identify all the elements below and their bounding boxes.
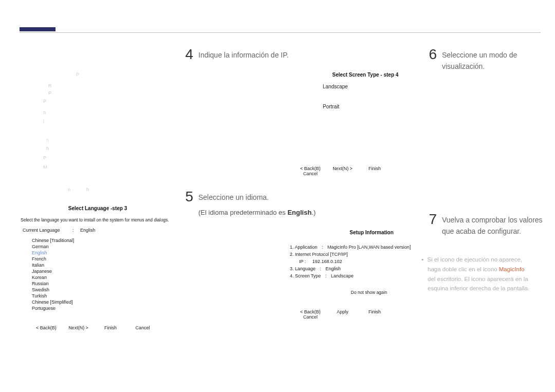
list-item[interactable]: Korean (32, 275, 175, 280)
sep: : (72, 228, 74, 233)
language-list[interactable]: Chinese [Traditional] German English Fre… (21, 238, 175, 311)
sep: : (325, 273, 327, 278)
brand-name: MagicInfo (499, 266, 525, 272)
step-number-6: 6 (421, 46, 437, 63)
info-screen-value: Landscape (331, 273, 354, 278)
ghost-text: n (43, 109, 46, 116)
ghost-text: P (76, 71, 79, 78)
ghost-text: M (43, 163, 47, 171)
list-item[interactable]: Chinese [Simplified] (32, 300, 175, 305)
finish-button[interactable]: Finish (359, 309, 390, 314)
step-5-sub-before: (El idioma predeterminado es (198, 209, 287, 216)
list-item[interactable]: Italian (32, 263, 175, 268)
note-line-3: del escritorio. El icono aparecerá en la (428, 276, 528, 282)
panel-title-language: Select Language -step 3 (21, 206, 175, 211)
option-portrait[interactable]: Portrait (323, 104, 414, 109)
ghost-text: P (43, 98, 46, 105)
info-ip-label: IP : (299, 259, 306, 264)
ghost-text: h (46, 145, 49, 152)
back-button[interactable]: < Back(B) (295, 166, 326, 171)
note-line-4: esquina inferior derecha de la pantalla. (428, 285, 529, 291)
footnote: ▪ Si el icono de ejecución no aparece, h… (421, 255, 555, 294)
ghost-text: R (48, 82, 52, 89)
step-number-7: 7 (421, 211, 437, 228)
note-line-2a: haga doble clic en el icono (428, 266, 499, 272)
info-app-label: 1. Application (290, 245, 318, 250)
bullet-icon: ▪ (421, 256, 423, 263)
back-button[interactable]: < Back(B) (31, 325, 62, 330)
step-title-4: Indique la información de IP. (198, 49, 289, 61)
list-item[interactable]: Chinese [Traditional] (32, 238, 175, 243)
panel-title-setup: Setup Information (329, 230, 414, 235)
current-language-row: Current Language : English (23, 228, 175, 233)
ghost-text: P (43, 154, 46, 161)
apply-button[interactable]: Apply (327, 309, 358, 314)
list-item[interactable]: Swedish (32, 287, 175, 292)
info-lang-label: 3. Language (290, 266, 316, 271)
next-button[interactable]: Next(N) > (63, 325, 94, 330)
panel-title-screentype: Select Screen Type - step 4 (317, 72, 414, 78)
option-landscape[interactable]: Landscape (323, 84, 414, 89)
ghost-text: l (43, 118, 44, 125)
cancel-button[interactable]: Cancel (127, 325, 158, 330)
info-app-value: MagicInfo Pro [LAN,WAN based version] (327, 245, 411, 250)
finish-button[interactable]: Finish (95, 325, 126, 330)
current-language-label: Current Language (23, 228, 60, 233)
step-title-5: Seleccione un idioma. (198, 192, 269, 203)
ghost-text: P (48, 89, 51, 97)
info-lang-value: English (326, 266, 341, 271)
ghost-text: h (46, 137, 49, 144)
list-item[interactable]: Japanese (32, 269, 175, 274)
column-middle: 4 Indique la información de IP. Select S… (175, 46, 414, 382)
list-item[interactable]: Portuguese (32, 306, 175, 311)
sep: : (320, 266, 322, 271)
column-right: 6 Seleccione un modo de visualización. 7… (421, 46, 555, 382)
header-rule (20, 32, 541, 33)
list-item[interactable]: German (32, 244, 175, 249)
finish-button[interactable]: Finish (359, 166, 390, 171)
language-intro: Select the language you want to install … (21, 217, 175, 222)
cancel-button[interactable]: Cancel (295, 171, 326, 176)
current-language-value: English (80, 228, 96, 233)
step-5-sub-after: .) (311, 209, 316, 216)
step-number-5: 5 (178, 189, 193, 205)
next-button[interactable]: Next(N) > (327, 166, 358, 171)
info-ip-value: 192.168.0.102 (312, 259, 342, 264)
ghost-text: n (68, 186, 70, 193)
sep: : (322, 245, 323, 250)
header-accent (20, 27, 55, 31)
step-5-sub-bold: English (287, 209, 311, 216)
list-item[interactable]: French (32, 256, 175, 262)
column-left: P R P P n l h h P M n h Select Language … (21, 46, 175, 382)
back-button[interactable]: < Back(B) (295, 309, 326, 314)
cancel-button[interactable]: Cancel (295, 314, 326, 320)
info-ip-proto: 2. Internet Protocol [TCP/IP] (290, 252, 414, 257)
step-title-6: Seleccione un modo de visualización. (442, 49, 555, 72)
list-item[interactable]: English (32, 250, 175, 255)
ghost-text: h (86, 186, 89, 193)
step-title-7: Vuelva a comprobar los valores que acaba… (442, 214, 550, 237)
do-not-show-again[interactable]: Do not show again (324, 290, 414, 295)
info-screen-label: 4. Screen Type (290, 273, 321, 278)
list-item[interactable]: Turkish (32, 293, 175, 298)
step-number-4: 4 (178, 46, 193, 63)
note-line-1: Si el icono de ejecución no aparece, (427, 256, 522, 263)
list-item[interactable]: Russian (32, 281, 175, 286)
